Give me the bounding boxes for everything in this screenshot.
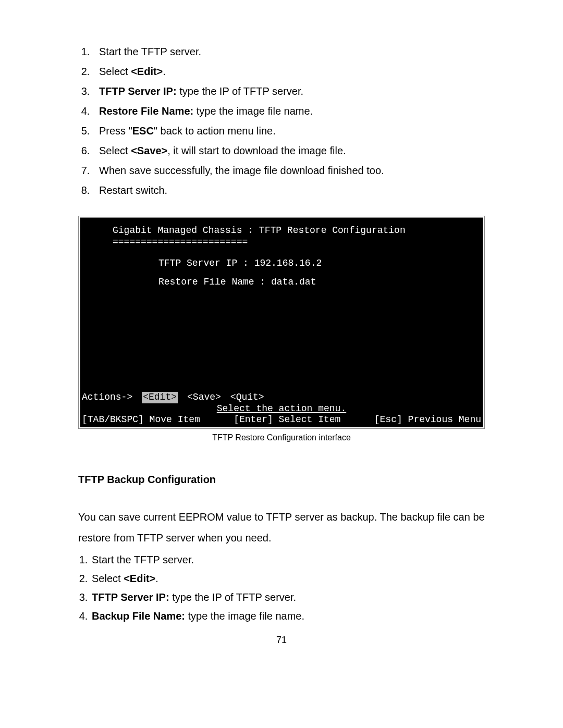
step-bold: TFTP Server IP: (92, 591, 169, 603)
list-item: Select <Edit>. (91, 569, 485, 588)
edit-action[interactable]: <Edit> (142, 392, 178, 403)
step-text: , it will start to download the image fi… (167, 145, 346, 156)
footer-previous-menu: [Esc] Previous Menu (374, 414, 481, 426)
sep: : (254, 277, 271, 287)
step-text: Restart switch. (99, 184, 167, 196)
list-item: TFTP Server IP: type the IP of TFTP serv… (93, 81, 485, 101)
step-text: Press " (99, 125, 132, 137)
actions-label: Actions-> (82, 392, 132, 403)
list-item: Backup File Name: type the image file na… (91, 607, 485, 625)
step-text: Start the TFTP server. (99, 46, 201, 57)
terminal-frame: Gigabit Managed Chassis : TFTP Restore C… (78, 216, 485, 429)
list-item: When save successfully, the image file d… (93, 161, 485, 180)
list-item: Restore File Name: type the image file n… (93, 101, 485, 121)
step-bold: <Edit> (131, 66, 163, 77)
footer-select-item: [Enter] Select Item (234, 414, 340, 426)
step-text: . (163, 66, 166, 77)
list-item: TFTP Server IP: type the IP of TFTP serv… (91, 588, 485, 607)
step-bold: TFTP Server IP: (99, 85, 177, 97)
step-bold: <Edit> (124, 573, 155, 584)
terminal-body: Gigabit Managed Chassis : TFTP Restore C… (80, 218, 483, 392)
step-text: type the image file name. (193, 105, 313, 117)
list-item: Select <Save>, it will start to download… (93, 141, 485, 161)
page-number: 71 (78, 635, 485, 646)
step-text: " back to action menu line. (154, 125, 276, 137)
terminal-rule: ======================== (91, 237, 472, 248)
figure-caption: TFTP Restore Configuration interface (78, 433, 485, 442)
step-text: Select (99, 145, 131, 156)
step-text: type the IP of TFTP server. (169, 591, 296, 603)
list-item: Start the TFTP server. (91, 550, 485, 569)
list-item: Start the TFTP server. (93, 42, 485, 61)
restore-file-label: Restore File Name (158, 277, 254, 287)
terminal-title: Gigabit Managed Chassis : TFTP Restore C… (91, 225, 472, 237)
step-bold: ESC (132, 125, 154, 137)
step-text: . (155, 573, 158, 584)
restore-file-value[interactable]: data.dat (271, 277, 316, 287)
tftp-ip-row: TFTP Server IP : 192.168.16.2 (91, 258, 472, 269)
step-text: type the image file name. (185, 610, 304, 622)
restore-file-row: Restore File Name : data.dat (91, 277, 472, 288)
section-paragraph: You can save current EEPROM value to TFT… (78, 507, 485, 548)
save-action[interactable]: <Save> (187, 392, 221, 403)
terminal-actions-bar: Actions-> <Edit> <Save> <Quit> (80, 392, 483, 403)
terminal-screen: Gigabit Managed Chassis : TFTP Restore C… (80, 218, 483, 427)
terminal-footer: [TAB/BKSPC] Move Item [Enter] Select Ite… (80, 414, 483, 427)
document-page: Start the TFTP server. Select <Edit>. TF… (0, 0, 563, 667)
step-bold: Restore File Name: (99, 105, 193, 117)
step-text: Start the TFTP server. (92, 554, 194, 565)
tftp-ip-value[interactable]: 192.168.16.2 (254, 258, 322, 268)
tftp-ip-label: TFTP Server IP (158, 258, 237, 268)
list-item: Select <Edit>. (93, 61, 485, 81)
list-item: Restart switch. (93, 180, 485, 200)
step-text: Select (99, 66, 131, 77)
step-bold: <Save> (131, 145, 167, 156)
footer-move-item: [TAB/BKSPC] Move Item (82, 414, 200, 426)
backup-steps-list: Start the TFTP server. Select <Edit>. TF… (78, 550, 485, 625)
step-text: type the IP of TFTP server. (177, 85, 303, 97)
step-text: When save successfully, the image file d… (99, 165, 384, 176)
list-item: Press "ESC" back to action menu line. (93, 121, 485, 141)
terminal-hint: Select the action menu. (80, 403, 483, 415)
step-text: Select (92, 573, 124, 584)
section-title: TFTP Backup Configuration (78, 474, 485, 486)
step-bold: Backup File Name: (92, 610, 185, 622)
restore-steps-list: Start the TFTP server. Select <Edit>. TF… (78, 42, 485, 200)
quit-action[interactable]: <Quit> (230, 392, 264, 403)
sep: : (237, 258, 254, 268)
